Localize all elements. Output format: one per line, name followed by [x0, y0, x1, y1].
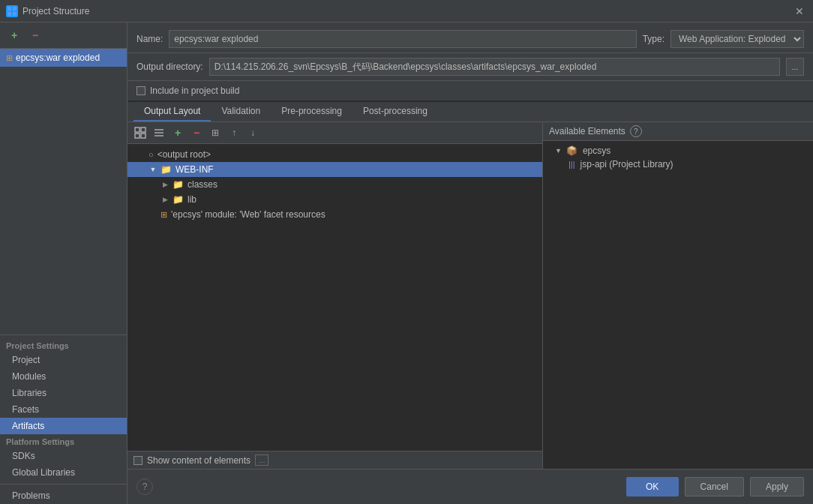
- available-panel: Available Elements ? ▼ 📦 epcsys |||: [543, 122, 813, 469]
- type-label: Type:: [643, 34, 664, 44]
- tab-output-layout-label: Output Layout: [144, 106, 200, 116]
- artifact-item[interactable]: ⊞ epcsys:war exploded: [0, 49, 127, 67]
- sidebar: + − ⊞ epcsys:war exploded Project Settin…: [0, 22, 128, 504]
- sidebar-item-modules[interactable]: Modules: [0, 368, 127, 385]
- output-dir-input[interactable]: [209, 58, 780, 76]
- tree-extract-btn[interactable]: ⊞: [207, 124, 224, 141]
- artifact-item-label: epcsys:war exploded: [16, 52, 100, 63]
- tree-list-btn[interactable]: [151, 124, 167, 141]
- avail-node-jsp-api[interactable]: ||| jsp-api (Project Library): [543, 158, 813, 171]
- modules-label: Modules: [12, 371, 46, 382]
- title-bar: Project Structure ✕: [0, 0, 813, 22]
- problems-label: Problems: [12, 490, 50, 501]
- ok-button[interactable]: OK: [626, 477, 679, 496]
- tab-validation[interactable]: Validation: [211, 102, 271, 122]
- tab-pre-processing-label: Pre-processing: [281, 106, 342, 116]
- epcsys-label: epcsys: [583, 146, 610, 156]
- help-button[interactable]: ?: [136, 478, 153, 495]
- tree-node-web-resources[interactable]: ⊞ 'epcsys' module: 'Web' facet resources: [128, 207, 542, 222]
- tree-node-classes[interactable]: ▶ 📁 classes: [128, 177, 542, 192]
- browse-button[interactable]: ...: [786, 58, 804, 76]
- tree-node-lib[interactable]: ▶ 📁 lib: [128, 192, 542, 207]
- svg-rect-3: [13, 12, 16, 16]
- available-elements-label: Available Elements: [549, 126, 626, 136]
- project-settings-label: Project Settings: [0, 338, 127, 352]
- jsp-api-icon: |||: [568, 160, 575, 169]
- tab-post-processing[interactable]: Post-processing: [352, 102, 438, 122]
- tab-pre-processing[interactable]: Pre-processing: [271, 102, 352, 122]
- output-root-arrow: [135, 148, 147, 160]
- cancel-button[interactable]: Cancel: [685, 477, 744, 496]
- name-input[interactable]: [169, 30, 636, 48]
- web-inf-folder-icon: 📁: [160, 164, 172, 175]
- artifacts-label: Artifacts: [12, 421, 44, 431]
- close-button[interactable]: ✕: [792, 4, 807, 19]
- libraries-label: Libraries: [12, 388, 46, 398]
- name-label: Name:: [136, 34, 163, 44]
- classes-label: classes: [188, 179, 218, 190]
- add-artifact-button[interactable]: +: [6, 27, 22, 44]
- window-title: Project Structure: [22, 6, 788, 16]
- tab-post-processing-label: Post-processing: [363, 106, 428, 116]
- type-select[interactable]: Web Application: Exploded: [670, 30, 804, 48]
- svg-rect-6: [135, 134, 140, 138]
- help-icon: ?: [142, 482, 148, 492]
- artifact-war-icon: ⊞: [6, 53, 13, 63]
- tree-toolbar: + − ⊞ ↑ ↓: [128, 122, 542, 144]
- tree-remove-btn[interactable]: −: [188, 124, 205, 141]
- available-help-icon[interactable]: ?: [630, 125, 642, 137]
- tab-validation-label: Validation: [221, 106, 260, 116]
- classes-folder-icon: 📁: [172, 179, 184, 190]
- tree-node-output-root[interactable]: ○ <output root>: [128, 147, 542, 162]
- tree-node-web-inf[interactable]: ▼ 📁 WEB-INF: [128, 162, 542, 177]
- tree-content: ○ <output root> ▼ 📁 WEB-INF ▶ 📁: [128, 144, 542, 451]
- output-root-label: <output root>: [158, 149, 211, 160]
- bottom-bar: ? OK Cancel Apply: [128, 469, 813, 504]
- output-root-icon: ○: [148, 150, 154, 159]
- artifact-toolbar: + −: [0, 22, 127, 49]
- sidebar-item-facets[interactable]: Facets: [0, 401, 127, 418]
- web-resources-label: 'epcsys' module: 'Web' facet resources: [171, 209, 326, 220]
- web-resources-arrow: [147, 208, 159, 220]
- tree-up-btn[interactable]: ↑: [226, 124, 242, 141]
- output-dir-row: Output directory: ...: [128, 53, 813, 81]
- lib-arrow: ▶: [159, 194, 171, 206]
- sidebar-item-artifacts[interactable]: Artifacts: [0, 418, 127, 434]
- available-content: ▼ 📦 epcsys ||| jsp-api (Project Library): [543, 141, 813, 469]
- tree-layout-btn[interactable]: [132, 124, 148, 141]
- sidebar-item-libraries[interactable]: Libraries: [0, 385, 127, 401]
- svg-rect-0: [8, 7, 11, 10]
- show-content-label: Show content of elements: [147, 455, 250, 466]
- lib-folder-icon: 📁: [172, 194, 184, 205]
- sidebar-item-project[interactable]: Project: [0, 352, 127, 368]
- tree-down-btn[interactable]: ↓: [244, 124, 261, 141]
- sidebar-item-sdks[interactable]: SDKs: [0, 448, 127, 464]
- content-area: Name: Type: Web Application: Exploded Ou…: [128, 22, 813, 504]
- avail-node-epcsys[interactable]: ▼ 📦 epcsys: [543, 144, 813, 158]
- tree-add-btn[interactable]: +: [170, 124, 186, 141]
- show-content-options[interactable]: ...: [255, 454, 268, 466]
- include-row: Include in project build: [128, 81, 813, 100]
- apply-button[interactable]: Apply: [750, 477, 804, 496]
- tree-bottom: Show content of elements ...: [128, 451, 542, 469]
- svg-rect-2: [8, 12, 11, 16]
- jsp-api-label: jsp-api (Project Library): [580, 159, 674, 170]
- tab-output-layout[interactable]: Output Layout: [134, 102, 211, 122]
- show-content-checkbox[interactable]: [134, 456, 142, 465]
- project-label: Project: [12, 355, 40, 365]
- app-icon: [6, 5, 18, 17]
- available-header: Available Elements ?: [543, 122, 813, 141]
- main-container: + − ⊞ epcsys:war exploded Project Settin…: [0, 22, 813, 504]
- sidebar-item-global-libraries[interactable]: Global Libraries: [0, 464, 127, 481]
- include-checkbox[interactable]: [136, 86, 146, 95]
- sidebar-item-problems[interactable]: Problems: [0, 488, 127, 504]
- epcsys-arrow: ▼: [555, 147, 562, 154]
- web-resources-icon: ⊞: [160, 210, 167, 220]
- web-inf-label: WEB-INF: [176, 164, 214, 175]
- remove-artifact-button[interactable]: −: [27, 27, 44, 44]
- classes-arrow: ▶: [159, 178, 171, 190]
- lib-label: lib: [188, 194, 196, 205]
- output-dir-label: Output directory:: [136, 62, 203, 72]
- epcsys-icon: 📦: [566, 146, 578, 156]
- svg-rect-1: [13, 7, 16, 10]
